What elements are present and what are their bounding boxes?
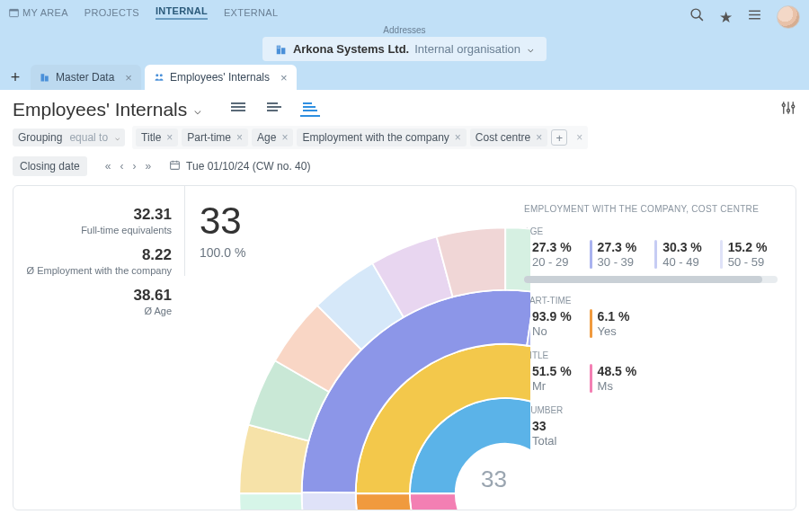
stat-age: 38.61 Ø Age	[133, 287, 172, 316]
metric: 15.2 %50 - 59	[720, 240, 768, 269]
number-label: NUMBER	[524, 405, 778, 415]
metric: 33Total	[524, 419, 556, 448]
metric: 93.9 %No	[524, 309, 572, 338]
close-icon[interactable]: ×	[125, 71, 132, 84]
title-label: TITLE	[524, 350, 778, 360]
grouping-filter[interactable]: Grouping equal to ⌵	[13, 129, 125, 146]
total-count: 33	[200, 202, 247, 240]
date-first[interactable]: «	[105, 160, 111, 173]
metric: 51.5 %Mr	[524, 364, 572, 393]
svg-point-2	[691, 9, 700, 18]
menu-icon[interactable]	[747, 7, 762, 27]
svg-rect-13	[41, 74, 45, 81]
address-pill[interactable]: Arkona Systems Ltd. Internal organisatio…	[262, 37, 547, 61]
date-next[interactable]: ›	[132, 160, 136, 173]
metric: 6.1 %Yes	[590, 309, 630, 338]
new-tab-button[interactable]: +	[0, 65, 31, 90]
sunburst-center: 33	[481, 466, 507, 493]
svg-rect-12	[279, 48, 280, 49]
chevron-down-icon: ⌵	[528, 43, 534, 55]
nav-internal[interactable]: INTERNAL	[156, 5, 208, 20]
metric: 30.3 %40 - 49	[654, 240, 702, 269]
address-org: Arkona Systems Ltd.	[293, 42, 409, 56]
stat-employment: 8.22 Ø Employment with the company	[27, 246, 172, 276]
chevron-down-icon: ⌵	[115, 133, 120, 142]
age-label: AGE	[524, 226, 778, 236]
view-list-2[interactable]	[264, 102, 284, 117]
svg-line-3	[699, 17, 703, 21]
remove-chip-icon[interactable]: ×	[455, 131, 461, 144]
tab-employees-label: Employees' Internals	[170, 71, 270, 84]
nav-my-area-label: MY AREA	[22, 7, 68, 18]
tab-employees-internals[interactable]: Employees' Internals ×	[145, 65, 297, 90]
filter-chip[interactable]: Employment with the company×	[297, 129, 466, 146]
grouping-chips: Title×Part-time×Age×Employment with the …	[132, 126, 588, 149]
svg-rect-1	[10, 9, 19, 11]
close-icon[interactable]: ×	[280, 71, 288, 84]
svg-point-18	[782, 103, 785, 106]
page-title[interactable]: Employees' Internals ⌵	[13, 99, 201, 120]
svg-rect-23	[171, 162, 180, 170]
add-chip-button[interactable]: +	[551, 129, 567, 146]
tab-master-data[interactable]: Master Data ×	[31, 65, 141, 90]
svg-point-20	[787, 109, 790, 111]
remove-chip-icon[interactable]: ×	[536, 131, 542, 144]
settings-sliders-icon[interactable]	[780, 100, 796, 120]
remove-chip-icon[interactable]: ×	[236, 131, 243, 144]
search-icon[interactable]	[689, 7, 705, 27]
filter-chip[interactable]: Title×	[136, 129, 178, 146]
address-sub: Internal organisation	[414, 42, 520, 56]
chevron-down-icon: ⌵	[194, 103, 201, 117]
svg-point-22	[792, 105, 795, 108]
metric: 27.3 %20 - 29	[524, 240, 572, 269]
avatar[interactable]	[777, 5, 800, 29]
calendar-icon	[169, 159, 181, 173]
tab-master-label: Master Data	[56, 71, 114, 84]
filter-chip[interactable]: Cost centre×	[470, 129, 547, 146]
address-label: Addresses	[262, 25, 547, 35]
nav-my-area[interactable]: MY AREA	[9, 7, 68, 18]
total-pct: 100.0 %	[200, 245, 247, 260]
dashboard-panel: 32.31 Full-time equivalents 8.22 Ø Emplo…	[13, 185, 796, 510]
metric: 27.3 %30 - 39	[590, 240, 637, 269]
remove-chip-icon[interactable]: ×	[281, 131, 288, 144]
nav-external[interactable]: EXTERNAL	[224, 7, 278, 18]
date-prev[interactable]: ‹	[120, 160, 123, 173]
section-title: EMPLOYMENT WITH THE COMPANY, COST CENTRE	[524, 204, 778, 214]
svg-rect-10	[279, 46, 280, 47]
svg-point-16	[160, 74, 163, 76]
svg-rect-8	[281, 48, 285, 54]
svg-rect-14	[45, 76, 49, 82]
date-last[interactable]: »	[145, 160, 151, 173]
date-value[interactable]: Tue 01/10/24 (CW no. 40)	[169, 159, 310, 173]
sunburst-chart: 33	[198, 186, 530, 510]
nav-projects[interactable]: PROJECTS	[84, 7, 139, 18]
age-scrollbar[interactable]	[524, 276, 778, 283]
svg-point-15	[156, 74, 158, 76]
filter-chip[interactable]: Age×	[252, 129, 293, 146]
view-list-1[interactable]	[228, 102, 248, 117]
filter-chip[interactable]: Part-time×	[182, 129, 248, 146]
star-icon[interactable]: ★	[719, 8, 733, 27]
metric: 48.5 %Ms	[590, 364, 637, 393]
svg-rect-7	[277, 45, 280, 54]
svg-rect-9	[278, 46, 279, 47]
svg-rect-11	[278, 48, 279, 49]
closing-date-label[interactable]: Closing date	[13, 156, 87, 176]
view-chart[interactable]	[300, 102, 320, 117]
remove-chip-icon[interactable]: ×	[166, 131, 173, 144]
clear-chips-icon[interactable]: ×	[576, 131, 582, 144]
parttime-label: PART-TIME	[524, 296, 778, 306]
stat-fte: 32.31 Full-time equivalents	[81, 206, 172, 235]
